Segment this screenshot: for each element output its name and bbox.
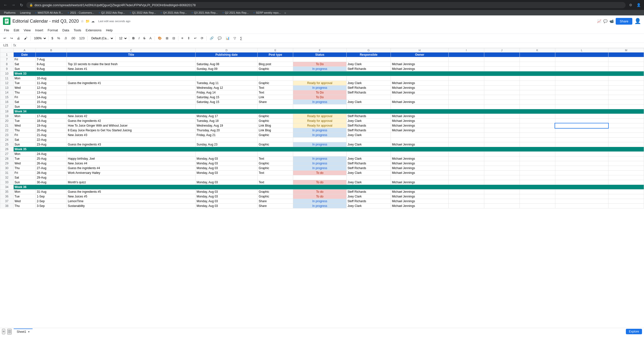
extra-cell-l[interactable] xyxy=(555,199,608,204)
title-cell[interactable]: Guess the ingredients #3 xyxy=(67,142,196,147)
extra-cell-m[interactable] xyxy=(608,133,644,138)
extra-cell-j[interactable] xyxy=(484,128,520,133)
publishing-date-cell[interactable]: Monday, Aug 03 xyxy=(196,161,258,166)
extra-cell-m[interactable] xyxy=(608,62,644,67)
post-type-cell[interactable]: Text xyxy=(258,180,293,185)
header-cell-b[interactable] xyxy=(36,53,66,57)
publishing-date-cell[interactable]: Friday, Aug 21 xyxy=(196,133,258,138)
extra-cell-j[interactable] xyxy=(484,123,520,128)
menu-extensions[interactable]: Extensions xyxy=(84,27,104,33)
publishing-date-cell[interactable] xyxy=(196,152,258,156)
post-type-cell[interactable]: Graphic xyxy=(258,119,293,123)
date-cell[interactable]: 23-Aug xyxy=(36,142,66,147)
date-cell[interactable]: 17-Aug xyxy=(36,114,66,119)
responsible-cell[interactable]: Joey Clark xyxy=(346,194,391,199)
menu-data[interactable]: Data xyxy=(60,27,71,33)
extra-cell-k[interactable] xyxy=(520,95,555,100)
publishing-date-cell[interactable]: Monday, Aug 03 xyxy=(196,156,258,161)
status-cell[interactable]: In progress xyxy=(293,199,346,204)
responsible-cell[interactable]: Joey Clark xyxy=(346,142,391,147)
status-cell[interactable]: Ready for approval xyxy=(293,81,346,86)
status-cell[interactable] xyxy=(293,57,346,62)
extra-cell-i[interactable] xyxy=(448,128,484,133)
extra-cell-k[interactable] xyxy=(520,190,555,194)
date-cell[interactable]: 22-Aug xyxy=(36,138,66,142)
responsible-cell[interactable] xyxy=(346,138,391,142)
responsible-cell[interactable]: Steff Richards xyxy=(346,90,391,95)
col-header-l[interactable]: L xyxy=(555,48,608,53)
day-cell[interactable]: Sun xyxy=(14,180,36,185)
extra-cell-j[interactable] xyxy=(484,142,520,147)
status-cell[interactable]: To do xyxy=(293,190,346,194)
publishing-date-cell[interactable]: Monday, Aug 03 xyxy=(196,194,258,199)
extra-cell-i[interactable] xyxy=(448,161,484,166)
extra-cell-k[interactable] xyxy=(520,81,555,86)
date-cell[interactable]: 11-Aug xyxy=(36,81,66,86)
forward-button[interactable]: → xyxy=(10,2,17,9)
post-type-cell[interactable] xyxy=(258,152,293,156)
extra-cell-k[interactable] xyxy=(520,62,555,67)
extra-cell-m[interactable] xyxy=(608,142,644,147)
publishing-date-cell[interactable]: Wednesday, Aug 19 xyxy=(196,123,258,128)
status-cell[interactable]: In progress xyxy=(293,133,346,138)
extra-cell-m[interactable] xyxy=(608,95,644,100)
extra-cell-j[interactable] xyxy=(484,166,520,171)
extra-cell-i[interactable] xyxy=(448,156,484,161)
col-header-i[interactable]: I xyxy=(448,48,484,53)
col-header-a[interactable]: A xyxy=(14,48,36,53)
extra-cell-l[interactable] xyxy=(555,86,608,90)
day-cell[interactable]: Sat xyxy=(14,175,36,180)
menu-edit[interactable]: Edit xyxy=(12,27,21,33)
bookmark-q2-2022[interactable]: + Q2 2022 Ads Rep... xyxy=(97,11,127,15)
extra-cell-m[interactable] xyxy=(608,138,644,142)
status-cell[interactable]: In progress xyxy=(293,161,346,166)
extra-cell-j[interactable] xyxy=(484,161,520,166)
title-cell[interactable]: Guess the ingredients #1 xyxy=(67,81,196,86)
day-cell[interactable]: Sun xyxy=(14,67,36,71)
extra-cell-l[interactable] xyxy=(555,95,608,100)
owner-cell[interactable] xyxy=(391,57,448,62)
title-cell[interactable] xyxy=(67,57,196,62)
video-icon[interactable]: 📹 xyxy=(610,19,614,23)
status-cell[interactable]: To do xyxy=(293,171,346,175)
extra-cell-j[interactable] xyxy=(484,105,520,109)
title-cell[interactable]: Guess the ingridients #4 xyxy=(67,166,196,171)
zoom-select[interactable]: 100% xyxy=(32,36,47,41)
extra-cell-m[interactable] xyxy=(608,161,644,166)
publishing-date-cell[interactable]: Monday, Aug 03 xyxy=(196,166,258,171)
responsible-cell[interactable]: Joey Clark xyxy=(346,81,391,86)
font-family-select[interactable]: Default (Ca... xyxy=(89,36,114,41)
share-button[interactable]: Share xyxy=(616,18,632,25)
extra-cell-k[interactable] xyxy=(520,204,555,208)
status-cell[interactable]: In progress xyxy=(293,67,346,71)
extra-cell-m[interactable] xyxy=(608,204,644,208)
post-type-cell[interactable]: Graphic xyxy=(258,67,293,71)
status-cell[interactable] xyxy=(293,105,346,109)
publishing-date-cell[interactable]: Sunday, Aug 09 xyxy=(196,67,258,71)
publishing-date-cell[interactable]: Saturday, Aug 15 xyxy=(196,95,258,100)
font-size-select[interactable]: 12 xyxy=(117,36,128,41)
publishing-date-cell[interactable] xyxy=(196,175,258,180)
extra-cell-j[interactable] xyxy=(484,95,520,100)
cell-reference[interactable]: L21 xyxy=(2,44,12,47)
text-rotate-button[interactable]: ⟳ xyxy=(199,36,205,41)
extra-cell-k[interactable] xyxy=(520,57,555,62)
menu-insert[interactable]: Insert xyxy=(33,27,45,33)
header-cell-h[interactable]: Owner xyxy=(391,53,448,57)
owner-cell[interactable] xyxy=(391,152,448,156)
status-cell[interactable]: To do xyxy=(293,194,346,199)
col-header-c[interactable]: C xyxy=(67,48,196,53)
owner-cell[interactable]: Michael Jennings xyxy=(391,194,448,199)
extra-cell-l[interactable] xyxy=(555,180,608,185)
bold-button[interactable]: B xyxy=(131,36,136,41)
owner-cell[interactable]: Michael Jennings xyxy=(391,128,448,133)
header-cell-g[interactable]: Responsible xyxy=(346,53,391,57)
extra-cell-k[interactable] xyxy=(520,161,555,166)
strikethrough-button[interactable]: S̶ xyxy=(142,36,147,41)
title-cell[interactable] xyxy=(67,95,196,100)
post-type-cell[interactable]: Text xyxy=(258,86,293,90)
day-cell[interactable]: Mon xyxy=(14,114,36,119)
extra-cell-i[interactable] xyxy=(448,57,484,62)
post-type-cell[interactable]: Graphic xyxy=(258,133,293,138)
day-cell[interactable]: Sun xyxy=(14,105,36,109)
